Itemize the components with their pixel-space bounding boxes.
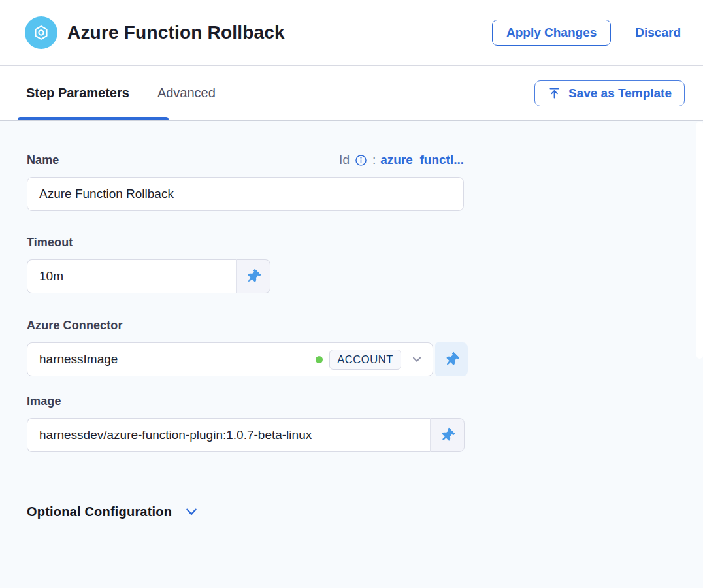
timeout-label: Timeout	[27, 236, 73, 250]
step-id-value[interactable]: azure_functi...	[380, 153, 464, 167]
tab-advanced[interactable]: Advanced	[157, 86, 216, 101]
apply-changes-button[interactable]: Apply Changes	[492, 20, 611, 46]
save-as-template-label: Save as Template	[568, 86, 672, 101]
step-id-row: Id : azure_functi...	[339, 153, 464, 167]
image-label: Image	[27, 395, 61, 408]
tab-step-parameters[interactable]: Step Parameters	[26, 86, 129, 101]
info-icon[interactable]	[354, 154, 368, 167]
azure-function-step-icon	[25, 16, 57, 49]
optional-configuration-toggle[interactable]: Optional Configuration	[27, 503, 200, 520]
connector-pin-button[interactable]	[435, 342, 468, 376]
azure-connector-select[interactable]: harnessImage ACCOUNT	[27, 342, 433, 376]
image-input[interactable]	[27, 418, 430, 452]
id-label: Id	[339, 153, 350, 167]
pin-icon	[440, 429, 454, 442]
save-as-template-button[interactable]: Save as Template	[534, 80, 685, 106]
timeout-input[interactable]	[27, 259, 236, 293]
azure-connector-label: Azure Connector	[27, 319, 123, 333]
id-colon: :	[372, 153, 376, 167]
upload-icon	[548, 86, 561, 100]
page-title: Azure Function Rollback	[67, 22, 492, 43]
scrollbar-thumb[interactable]	[696, 122, 703, 359]
image-field-group	[27, 418, 465, 452]
optional-configuration-label: Optional Configuration	[27, 504, 172, 519]
pin-icon	[445, 353, 459, 367]
active-tab-indicator	[18, 117, 169, 120]
step-parameters-panel: Name Id : azure_functi... Timeout	[0, 121, 703, 588]
discard-button[interactable]: Discard	[635, 25, 681, 40]
name-label: Name	[27, 154, 59, 167]
panel-header: Azure Function Rollback Apply Changes Di…	[0, 0, 703, 66]
pin-icon	[246, 270, 260, 284]
timeout-pin-button[interactable]	[236, 259, 270, 293]
name-input[interactable]	[27, 177, 464, 211]
timeout-field-group	[27, 259, 270, 293]
chevron-down-icon[interactable]	[410, 352, 424, 367]
connector-value: harnessImage	[39, 352, 316, 367]
connector-status-dot	[316, 356, 323, 363]
tab-bar: Step Parameters Advanced Save as Templat…	[0, 66, 703, 121]
azure-connector-field-group: harnessImage ACCOUNT	[27, 342, 703, 376]
connector-scope-badge: ACCOUNT	[329, 350, 401, 370]
chevron-down-icon	[183, 503, 200, 520]
image-pin-button[interactable]	[430, 418, 465, 452]
